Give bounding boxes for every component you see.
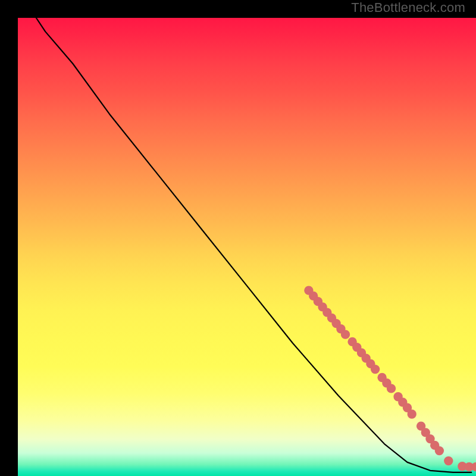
curve-markers <box>304 286 476 471</box>
curve-marker <box>341 330 350 339</box>
chart-frame <box>9 9 467 467</box>
curve-marker <box>444 456 453 465</box>
watermark: TheBottleneck.com <box>351 0 465 15</box>
curve-marker <box>435 446 444 455</box>
curve-marker <box>371 365 380 374</box>
plot-area <box>18 18 476 476</box>
chart-svg <box>18 18 476 476</box>
curve-marker <box>387 384 396 393</box>
curve-marker <box>408 409 416 418</box>
